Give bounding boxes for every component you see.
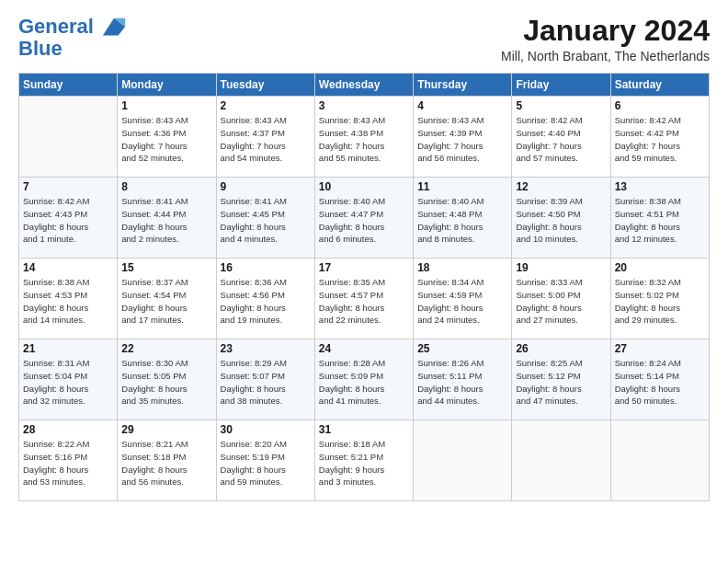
- calendar-cell: 11Sunrise: 8:40 AMSunset: 4:48 PMDayligh…: [414, 178, 512, 259]
- calendar-cell: 17Sunrise: 8:35 AMSunset: 4:57 PMDayligh…: [314, 259, 413, 339]
- day-info: Sunrise: 8:40 AMSunset: 4:48 PMDaylight:…: [417, 195, 507, 246]
- title-block: January 2024 Mill, North Brabant, The Ne…: [501, 15, 710, 63]
- calendar-cell: 13Sunrise: 8:38 AMSunset: 4:51 PMDayligh…: [610, 178, 709, 259]
- calendar-cell: 24Sunrise: 8:28 AMSunset: 5:09 PMDayligh…: [314, 339, 413, 420]
- day-info: Sunrise: 8:20 AMSunset: 5:19 PMDaylight:…: [221, 438, 311, 488]
- day-number: 2: [221, 99, 311, 112]
- location-subtitle: Mill, North Brabant, The Netherlands: [501, 49, 710, 63]
- calendar-week-4: 21Sunrise: 8:31 AMSunset: 5:04 PMDayligh…: [19, 339, 710, 420]
- day-info: Sunrise: 8:21 AMSunset: 5:18 PMDaylight:…: [121, 438, 211, 488]
- col-tuesday: Tuesday: [216, 74, 314, 97]
- day-info: Sunrise: 8:43 AMSunset: 4:39 PMDaylight:…: [417, 114, 507, 165]
- calendar-cell: 1Sunrise: 8:43 AMSunset: 4:36 PMDaylight…: [118, 97, 216, 178]
- day-number: 24: [319, 342, 409, 355]
- calendar-week-1: 1Sunrise: 8:43 AMSunset: 4:36 PMDaylight…: [19, 97, 710, 178]
- day-info: Sunrise: 8:39 AMSunset: 4:50 PMDaylight:…: [516, 195, 606, 246]
- day-info: Sunrise: 8:42 AMSunset: 4:42 PMDaylight:…: [615, 114, 705, 165]
- calendar-cell: 8Sunrise: 8:41 AMSunset: 4:44 PMDaylight…: [118, 178, 216, 259]
- calendar-cell: [512, 420, 610, 501]
- calendar-cell: 27Sunrise: 8:24 AMSunset: 5:14 PMDayligh…: [610, 339, 709, 420]
- day-info: Sunrise: 8:29 AMSunset: 5:07 PMDaylight:…: [221, 357, 311, 408]
- day-number: 13: [615, 180, 705, 193]
- day-info: Sunrise: 8:36 AMSunset: 4:56 PMDaylight:…: [221, 276, 311, 327]
- day-number: 31: [319, 423, 409, 436]
- day-info: Sunrise: 8:40 AMSunset: 4:47 PMDaylight:…: [319, 195, 409, 246]
- day-info: Sunrise: 8:43 AMSunset: 4:38 PMDaylight:…: [319, 114, 409, 165]
- day-number: 11: [417, 180, 507, 193]
- day-info: Sunrise: 8:31 AMSunset: 5:04 PMDaylight:…: [23, 357, 113, 408]
- day-info: Sunrise: 8:35 AMSunset: 4:57 PMDaylight:…: [319, 276, 409, 327]
- calendar-week-5: 28Sunrise: 8:22 AMSunset: 5:16 PMDayligh…: [19, 420, 710, 501]
- calendar-cell: 3Sunrise: 8:43 AMSunset: 4:38 PMDaylight…: [314, 97, 413, 178]
- day-info: Sunrise: 8:18 AMSunset: 5:21 PMDaylight:…: [319, 438, 409, 488]
- calendar-cell: 25Sunrise: 8:26 AMSunset: 5:11 PMDayligh…: [414, 339, 512, 420]
- calendar-cell: 7Sunrise: 8:42 AMSunset: 4:43 PMDaylight…: [19, 178, 118, 259]
- day-info: Sunrise: 8:38 AMSunset: 4:51 PMDaylight:…: [615, 195, 705, 246]
- day-info: Sunrise: 8:30 AMSunset: 5:05 PMDaylight:…: [121, 357, 211, 408]
- calendar-cell: 23Sunrise: 8:29 AMSunset: 5:07 PMDayligh…: [216, 339, 314, 420]
- day-number: 8: [121, 180, 211, 193]
- calendar-cell: 31Sunrise: 8:18 AMSunset: 5:21 PMDayligh…: [314, 420, 413, 501]
- day-info: Sunrise: 8:24 AMSunset: 5:14 PMDaylight:…: [615, 357, 705, 408]
- day-number: 29: [121, 423, 211, 436]
- col-thursday: Thursday: [414, 74, 512, 97]
- logo-icon: [101, 15, 127, 40]
- calendar-cell: [610, 420, 709, 501]
- day-number: 5: [516, 99, 606, 112]
- calendar-cell: 14Sunrise: 8:38 AMSunset: 4:53 PMDayligh…: [19, 259, 118, 339]
- calendar-cell: 4Sunrise: 8:43 AMSunset: 4:39 PMDaylight…: [414, 97, 512, 178]
- calendar-cell: 5Sunrise: 8:42 AMSunset: 4:40 PMDaylight…: [512, 97, 610, 178]
- logo: General Blue: [18, 15, 127, 61]
- day-number: 19: [516, 261, 606, 274]
- calendar-cell: [414, 420, 512, 501]
- day-number: 1: [121, 99, 211, 112]
- calendar-cell: 10Sunrise: 8:40 AMSunset: 4:47 PMDayligh…: [314, 178, 413, 259]
- col-saturday: Saturday: [610, 74, 709, 97]
- day-number: 20: [615, 261, 705, 274]
- day-number: 15: [121, 261, 211, 274]
- calendar-cell: 16Sunrise: 8:36 AMSunset: 4:56 PMDayligh…: [216, 259, 314, 339]
- calendar-cell: 21Sunrise: 8:31 AMSunset: 5:04 PMDayligh…: [19, 339, 118, 420]
- day-number: 14: [23, 261, 113, 274]
- calendar-cell: 22Sunrise: 8:30 AMSunset: 5:05 PMDayligh…: [118, 339, 216, 420]
- day-info: Sunrise: 8:42 AMSunset: 4:43 PMDaylight:…: [23, 195, 113, 246]
- day-number: 4: [417, 99, 507, 112]
- day-info: Sunrise: 8:41 AMSunset: 4:45 PMDaylight:…: [221, 195, 311, 246]
- calendar-cell: 28Sunrise: 8:22 AMSunset: 5:16 PMDayligh…: [19, 420, 118, 501]
- day-info: Sunrise: 8:34 AMSunset: 4:59 PMDaylight:…: [417, 276, 507, 327]
- calendar-cell: 18Sunrise: 8:34 AMSunset: 4:59 PMDayligh…: [414, 259, 512, 339]
- calendar-week-2: 7Sunrise: 8:42 AMSunset: 4:43 PMDaylight…: [19, 178, 710, 259]
- day-info: Sunrise: 8:41 AMSunset: 4:44 PMDaylight:…: [121, 195, 211, 246]
- calendar-cell: 2Sunrise: 8:43 AMSunset: 4:37 PMDaylight…: [216, 97, 314, 178]
- col-wednesday: Wednesday: [314, 74, 413, 97]
- day-info: Sunrise: 8:43 AMSunset: 4:36 PMDaylight:…: [121, 114, 211, 165]
- day-number: 22: [121, 342, 211, 355]
- calendar-cell: 6Sunrise: 8:42 AMSunset: 4:42 PMDaylight…: [610, 97, 709, 178]
- calendar-cell: 19Sunrise: 8:33 AMSunset: 5:00 PMDayligh…: [512, 259, 610, 339]
- header-row: Sunday Monday Tuesday Wednesday Thursday…: [19, 74, 710, 97]
- day-number: 3: [319, 99, 409, 112]
- day-info: Sunrise: 8:43 AMSunset: 4:37 PMDaylight:…: [221, 114, 311, 165]
- day-number: 27: [615, 342, 705, 355]
- day-info: Sunrise: 8:37 AMSunset: 4:54 PMDaylight:…: [121, 276, 211, 327]
- header: General Blue January 2024 Mill, North Br…: [18, 15, 710, 63]
- day-info: Sunrise: 8:38 AMSunset: 4:53 PMDaylight:…: [23, 276, 113, 327]
- day-info: Sunrise: 8:22 AMSunset: 5:16 PMDaylight:…: [23, 438, 113, 488]
- col-friday: Friday: [512, 74, 610, 97]
- day-info: Sunrise: 8:26 AMSunset: 5:11 PMDaylight:…: [417, 357, 507, 408]
- day-number: 9: [221, 180, 311, 193]
- calendar-table: Sunday Monday Tuesday Wednesday Thursday…: [18, 73, 710, 501]
- col-monday: Monday: [118, 74, 216, 97]
- calendar-cell: 30Sunrise: 8:20 AMSunset: 5:19 PMDayligh…: [216, 420, 314, 501]
- day-info: Sunrise: 8:28 AMSunset: 5:09 PMDaylight:…: [319, 357, 409, 408]
- day-number: 17: [319, 261, 409, 274]
- day-number: 7: [23, 180, 113, 193]
- day-number: 18: [417, 261, 507, 274]
- month-title: January 2024: [501, 15, 710, 47]
- day-info: Sunrise: 8:25 AMSunset: 5:12 PMDaylight:…: [516, 357, 606, 408]
- day-number: 10: [319, 180, 409, 193]
- page: General Blue January 2024 Mill, North Br…: [0, 0, 728, 511]
- calendar-week-3: 14Sunrise: 8:38 AMSunset: 4:53 PMDayligh…: [19, 259, 710, 339]
- day-number: 30: [221, 423, 311, 436]
- day-number: 28: [23, 423, 113, 436]
